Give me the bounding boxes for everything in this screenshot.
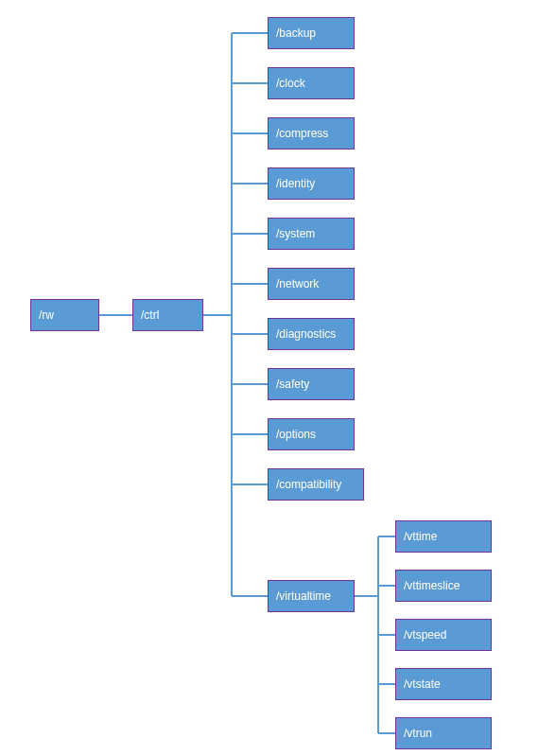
node-identity: /identity (268, 167, 355, 200)
node-vtrun: /vtrun (395, 717, 492, 749)
node-vtspeed: /vtspeed (395, 619, 492, 651)
node-vttime: /vttime (395, 520, 492, 553)
node-system: /system (268, 218, 355, 250)
node-compatibility: /compatibility (268, 468, 364, 501)
node-rw: /rw (30, 299, 99, 331)
tree-diagram: /rw /ctrl /backup /clock /compress /iden… (0, 0, 538, 756)
node-network: /network (268, 268, 355, 300)
node-clock: /clock (268, 67, 355, 99)
node-virtualtime: /virtualtime (268, 580, 355, 612)
node-diagnostics: /diagnostics (268, 318, 355, 350)
node-safety: /safety (268, 368, 355, 400)
node-compress: /compress (268, 117, 355, 149)
node-ctrl: /ctrl (132, 299, 203, 331)
node-vtstate: /vtstate (395, 668, 492, 700)
node-vttimeslice: /vttimeslice (395, 570, 492, 602)
node-options: /options (268, 418, 355, 450)
node-backup: /backup (268, 17, 355, 49)
